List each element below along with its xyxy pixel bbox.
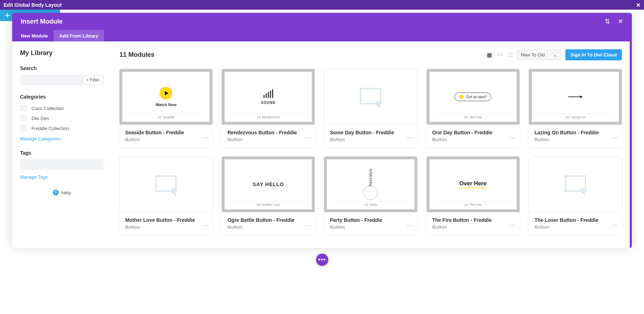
preview-text: SAY HELLO [252, 181, 284, 187]
module-title: Ogre Battle Button - Freddie [227, 217, 294, 223]
search-input[interactable]: + Filter [20, 75, 104, 85]
module-card[interactable]: Watch Now 13: Seaside Seaside Button - F… [119, 69, 212, 147]
module-more-icon[interactable]: ⋮ [511, 130, 514, 140]
module-card[interactable]: Some Day Button - Freddie Button ⋮ [324, 69, 417, 147]
card-meta: The Loser Button - Freddie Button ⋮ [529, 212, 622, 235]
placeholder-icon [360, 88, 381, 106]
thumbnail-inner: Over Here 11: The Fire [429, 159, 517, 209]
thumbnail-content [532, 160, 619, 209]
content-controls: ▦ 🏷 ☰ New To Old ⌄ Sign In To Divi Cloud [487, 49, 622, 60]
thumbnail-caption: 10: Party [333, 201, 408, 206]
category-name: Divi Den [31, 116, 49, 121]
module-thumbnail: Got an idea? 18: One Day [427, 69, 520, 125]
module-card[interactable]: Mother Love Button - Freddie Button ⋮ [119, 156, 212, 235]
module-more-icon[interactable]: ⋮ [409, 217, 411, 228]
module-title: Mother Love Button - Freddie [125, 217, 195, 223]
fab-more-button[interactable]: ••• [316, 254, 328, 266]
thumbnail-caption: 14: Rendezvous [231, 114, 305, 119]
module-more-icon[interactable]: ⋮ [204, 130, 207, 140]
thumbnail-inner: Read More 10: Party [327, 159, 414, 209]
card-meta: Seaside Button - Freddie Button ⋮ [119, 125, 212, 147]
tab-add-from-library[interactable]: Add From Library [54, 30, 104, 41]
module-more-icon[interactable]: ⋮ [614, 217, 616, 228]
manage-tags-link[interactable]: Manage Tags [20, 174, 104, 180]
module-card[interactable]: Read More 10: Party Party Button - Fredd… [324, 156, 417, 235]
modal-header-actions: ⇅ ✕ [605, 18, 623, 25]
manage-categories-link[interactable]: Manage Categories [20, 136, 104, 141]
preview-text: SOUND [261, 101, 276, 105]
module-card[interactable]: 03: Lazing On Lazing On Button - Freddie… [529, 69, 622, 147]
module-card[interactable]: SOUND 14: Rendezvous Rendezvous Button -… [222, 69, 315, 147]
category-checkbox[interactable] [20, 115, 26, 121]
category-item[interactable]: Coco Collection [20, 103, 104, 113]
card-meta: Mother Love Button - Freddie Button ⋮ [119, 212, 212, 235]
arrow-icon [568, 96, 582, 97]
module-card[interactable]: Got an idea? 18: One Day One Day Button … [427, 69, 520, 147]
idea-pill: Got an idea? [454, 93, 491, 101]
card-meta: Rendezvous Button - Freddie Button ⋮ [222, 125, 315, 147]
top-bar-close-icon[interactable]: × [636, 1, 640, 9]
thumbnail-inner: SOUND 14: Rendezvous [225, 72, 312, 122]
thumbnail-caption: 03: Lazing On [538, 114, 613, 119]
expand-icon[interactable]: ⇅ [605, 18, 610, 25]
card-meta: Party Button - Freddie Button ⋮ [324, 212, 417, 235]
module-more-icon[interactable]: ⋮ [306, 130, 309, 140]
modal-header: Insert Module ⇅ ✕ [12, 13, 632, 30]
sign-in-divi-cloud-button[interactable]: Sign In To Divi Cloud [565, 49, 622, 60]
tag-view-icon[interactable]: 🏷 [497, 51, 503, 58]
module-more-icon[interactable]: ⋮ [306, 217, 309, 228]
thumbnail-inner: Got an idea? 18: One Day [429, 72, 517, 122]
plus-icon [4, 12, 11, 19]
module-type: Button [432, 137, 493, 142]
modal-title: Insert Module [21, 18, 63, 25]
content-header: 11 Modules ▦ 🏷 ☰ New To Old ⌄ Sign In To… [119, 49, 622, 60]
module-card[interactable]: SAY HELLO 08: Mother Love Ogre Battle Bu… [222, 156, 315, 235]
preview-text: Read More [369, 169, 373, 186]
list-view-icon[interactable]: ☰ [508, 51, 513, 58]
category-checkbox[interactable] [20, 125, 26, 131]
module-type: Button [432, 224, 492, 230]
module-title: Rendezvous Button - Freddie [227, 130, 297, 135]
thumbnail-inner [532, 160, 619, 209]
insert-module-modal: Insert Module ⇅ ✕ New Module Add From Li… [12, 13, 632, 248]
module-type: Button [125, 137, 184, 142]
module-type: Button [227, 224, 294, 230]
category-checkbox[interactable] [20, 105, 26, 111]
circle-icon [363, 186, 378, 200]
search-label: Search [20, 65, 104, 71]
help-link[interactable]: ? Help [20, 190, 104, 195]
module-type: Button [535, 137, 599, 142]
card-meta: The Fire Button - Freddie Button ⋮ [427, 212, 520, 235]
module-card[interactable]: The Loser Button - Freddie Button ⋮ [529, 156, 622, 235]
content-area: 11 Modules ▦ 🏷 ☰ New To Old ⌄ Sign In To… [112, 41, 632, 248]
preview-text: Over Here [459, 180, 487, 188]
module-more-icon[interactable]: ⋮ [614, 130, 616, 140]
chevron-down-icon: ⌄ [553, 52, 557, 58]
module-more-icon[interactable]: ⋮ [511, 217, 514, 228]
thumbnail-inner: 03: Lazing On [532, 72, 619, 122]
placeholder-icon [565, 175, 586, 193]
grid-view-icon[interactable]: ▦ [487, 51, 492, 58]
thumbnail-caption: 13: Seaside [129, 114, 203, 119]
modal-close-icon[interactable]: ✕ [618, 18, 623, 25]
placeholder-icon [155, 175, 177, 193]
card-meta: Ogre Battle Button - Freddie Button ⋮ [222, 212, 315, 235]
filter-button[interactable]: + Filter [83, 76, 102, 84]
module-more-icon[interactable]: ⋮ [204, 217, 207, 228]
module-type: Button [330, 137, 394, 142]
module-title: Seaside Button - Freddie [125, 130, 184, 135]
sort-dropdown[interactable]: New To Old ⌄ [517, 50, 561, 60]
module-more-icon[interactable]: ⋮ [409, 130, 411, 140]
tab-new-module[interactable]: New Module [15, 30, 54, 41]
tags-input[interactable] [20, 159, 104, 170]
play-icon [159, 87, 172, 100]
module-title: Some Day Button - Freddie [330, 130, 394, 135]
bulb-icon [459, 95, 463, 99]
module-card[interactable]: Over Here 11: The Fire The Fire Button -… [427, 156, 520, 235]
thumbnail-inner: SAY HELLO 08: Mother Love [225, 159, 312, 209]
category-item[interactable]: Freddie Collection [20, 123, 104, 133]
module-thumbnail [529, 156, 622, 212]
card-meta: One Day Button - Freddie Button ⋮ [427, 125, 520, 147]
module-thumbnail: Watch Now 13: Seaside [119, 69, 212, 125]
category-item[interactable]: Divi Den [20, 113, 104, 123]
